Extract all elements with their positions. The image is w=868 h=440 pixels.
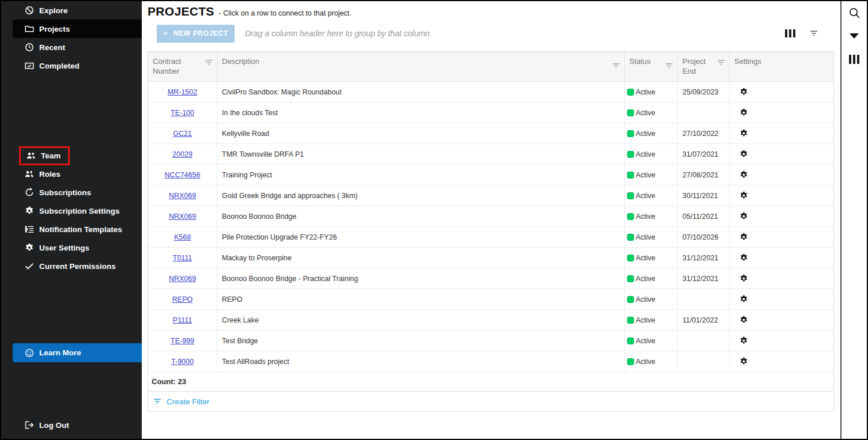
row-settings-gear-icon[interactable] [739,357,748,366]
contract-link[interactable]: 20029 [172,150,193,158]
column-filter-icon[interactable] [717,59,725,69]
settings-cell [730,289,833,309]
settings-cell [730,165,833,185]
column-header-project-end[interactable]: Project End [678,52,730,81]
column-header-contract-number[interactable]: Contract Number [148,52,217,81]
sidebar-item-explore[interactable]: Explore [13,1,142,20]
table-row[interactable]: T-9000Test AllRoads projectActive [148,351,833,372]
table-row[interactable]: MR-1502CivilPro Sandbox: Magic Roundabou… [148,82,833,103]
logout-icon [24,420,34,430]
table-row[interactable]: T0111Mackay to ProserpineActive31/12/202… [148,248,833,268]
row-settings-gear-icon[interactable] [739,170,748,179]
table-row[interactable]: NRX069Boonoo Boonoo BridgeActive05/11/20… [148,206,833,227]
table-row[interactable]: NRX069Gold Greek Bridge and approaches (… [148,185,833,206]
project-end-cell: 07/10/2026 [678,227,730,247]
description-cell: In the clouds Test [217,103,625,123]
contract-link[interactable]: TE-100 [171,109,194,117]
column-filter-icon[interactable] [665,62,673,71]
status-active-indicator [627,130,634,137]
row-settings-gear-icon[interactable] [739,336,748,345]
status-cell: Active [625,268,678,289]
sidebar-item-label: Subscription Settings [39,207,120,215]
contract-link[interactable]: NRX069 [169,192,196,200]
sidebar-item-label: Completed [39,62,80,70]
sidebar-item-current-permissions[interactable]: Current Permissions [13,257,142,275]
table-row[interactable]: NCC74656Training ProjectActive27/08/2021 [148,165,833,185]
column-chooser-icon[interactable] [849,55,859,64]
status-active-indicator [627,234,634,241]
contract-link[interactable]: NRX069 [169,275,196,283]
sidebar-item-projects[interactable]: Projects [13,20,142,38]
column-header-settings[interactable]: Settings [730,52,833,81]
sidebar-item-learn-more[interactable]: Learn More [13,343,142,362]
table-row[interactable]: GC21Kellyville RoadActive27/10/2022 [148,123,833,144]
status-active-indicator [627,172,634,179]
column-filter-icon[interactable] [205,59,213,69]
column-header-label: Description [222,57,259,66]
sidebar-item-subscriptions[interactable]: Subscriptions [13,183,142,202]
sidebar-item-recent[interactable]: Recent [13,38,142,56]
contract-link[interactable]: TE-999 [171,337,194,345]
contract-link[interactable]: K568 [174,233,191,241]
table-row[interactable]: TE-100In the clouds TestActive [148,103,833,123]
new-project-button[interactable]: + NEW PROJECT [157,25,235,43]
refresh-icon [24,188,34,198]
create-filter-bar[interactable]: Create Filter [148,392,833,411]
sidebar-item-subscription-settings[interactable]: Subscription Settings [13,202,142,220]
project-end-cell: 11/01/2022 [678,310,730,330]
contract-link[interactable]: T-9000 [171,358,194,366]
expand-arrow-icon[interactable] [850,33,859,39]
contract-link[interactable]: NCC74656 [165,171,201,179]
row-settings-gear-icon[interactable] [739,150,748,158]
table-row[interactable]: TE-999Test BridgeActive [148,331,833,351]
row-settings-gear-icon[interactable] [739,274,748,283]
status-label: Active [636,254,655,262]
column-header-label: Contract Number [153,57,181,75]
row-settings-gear-icon[interactable] [739,295,748,304]
sidebar-item-completed[interactable]: Completed [13,56,142,75]
project-end-cell: 31/12/2021 [678,268,730,289]
table-row[interactable]: K568Pile Protection Upgrade FY22-FY26Act… [148,227,833,248]
contract-link[interactable]: NRX069 [169,213,196,221]
sidebar-item-label: Recent [39,43,65,52]
table-row[interactable]: 20029TMR Townsville DRFA P1Active31/07/2… [148,144,833,165]
row-settings-gear-icon[interactable] [739,129,748,138]
table-row[interactable]: REPOREPOActive [148,289,833,310]
table-row[interactable]: P1111Creek LakeActive11/01/2022 [148,310,833,331]
column-filter-icon[interactable] [612,62,620,71]
sidebar-item-roles[interactable]: Roles [13,165,142,183]
column-header-label: Project End [682,57,705,75]
row-settings-gear-icon[interactable] [739,108,748,117]
row-settings-gear-icon[interactable] [739,233,748,241]
project-description: In the clouds Test [222,109,278,117]
column-header-status[interactable]: Status [625,52,678,81]
toolbar-icons [785,29,818,37]
row-settings-gear-icon[interactable] [739,191,748,200]
project-end-cell [678,103,730,123]
table-row[interactable]: NRX069Boonoo Boonoo Bridge - Practical T… [148,268,833,289]
plus-icon: + [163,29,168,37]
row-settings-gear-icon[interactable] [739,316,748,324]
row-settings-gear-icon[interactable] [739,88,748,96]
sidebar-item-log-out[interactable]: Log Out [13,416,142,434]
filter-row-icon[interactable] [810,31,818,37]
project-end-cell: 31/12/2021 [678,248,730,268]
column-header-description[interactable]: Description [217,52,625,81]
settings-cell [730,185,833,206]
sidebar-item-user-settings[interactable]: User Settings [13,238,142,257]
row-settings-gear-icon[interactable] [739,212,748,221]
contract-link[interactable]: REPO [172,295,193,304]
page-title: PROJECTS [148,5,214,18]
template-list-icon [24,225,34,234]
contract-link[interactable]: T0111 [173,254,193,262]
sidebar-item-team[interactable]: Team [13,146,142,165]
column-chooser-icon[interactable] [785,29,795,37]
row-settings-gear-icon[interactable] [739,253,748,262]
search-icon[interactable] [848,7,861,19]
status-active-indicator [627,296,634,303]
project-description: Training Project [222,171,272,179]
contract-link[interactable]: GC21 [173,130,192,138]
contract-link[interactable]: P1111 [173,316,192,324]
sidebar-item-notification-templates[interactable]: Notification Templates [13,220,142,238]
contract-link[interactable]: MR-1502 [168,88,197,96]
